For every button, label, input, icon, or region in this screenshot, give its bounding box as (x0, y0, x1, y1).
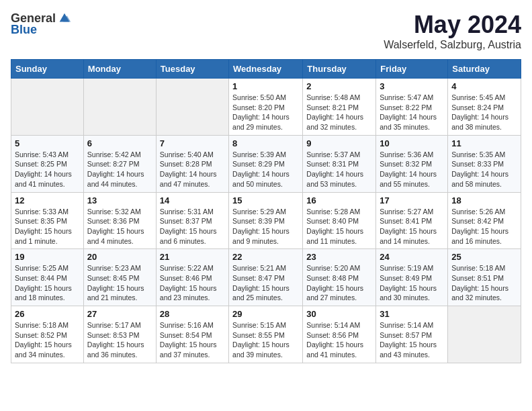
day-number: 4 (451, 81, 517, 91)
weekday-header-monday: Monday (83, 60, 156, 79)
calendar-cell: 23Sunrise: 5:20 AM Sunset: 8:48 PM Dayli… (303, 249, 376, 306)
day-info: Sunrise: 5:18 AM Sunset: 8:52 PM Dayligh… (15, 320, 80, 360)
week-row-2: 5Sunrise: 5:43 AM Sunset: 8:25 PM Daylig… (11, 135, 521, 192)
day-info: Sunrise: 5:36 AM Sunset: 8:32 PM Dayligh… (380, 150, 444, 189)
weekday-header-thursday: Thursday (303, 60, 376, 79)
day-info: Sunrise: 5:19 AM Sunset: 8:49 PM Dayligh… (380, 263, 444, 303)
day-number: 22 (232, 252, 299, 262)
calendar-cell: 17Sunrise: 5:27 AM Sunset: 8:41 PM Dayli… (376, 192, 448, 249)
weekday-header-row: SundayMondayTuesdayWednesdayThursdayFrid… (11, 60, 521, 79)
calendar-cell: 2Sunrise: 5:48 AM Sunset: 8:21 PM Daylig… (303, 79, 376, 136)
day-number: 23 (306, 252, 372, 262)
calendar-cell: 18Sunrise: 5:26 AM Sunset: 8:42 PM Dayli… (448, 192, 521, 249)
day-info: Sunrise: 5:14 AM Sunset: 8:56 PM Dayligh… (306, 320, 372, 360)
day-number: 2 (306, 81, 372, 91)
day-number: 16 (306, 195, 372, 205)
day-info: Sunrise: 5:33 AM Sunset: 8:35 PM Dayligh… (15, 207, 80, 246)
logo-icon (57, 11, 72, 26)
calendar-table: SundayMondayTuesdayWednesdayThursdayFrid… (11, 59, 521, 363)
day-info: Sunrise: 5:32 AM Sunset: 8:36 PM Dayligh… (87, 207, 152, 246)
day-number: 11 (451, 138, 517, 148)
day-info: Sunrise: 5:26 AM Sunset: 8:42 PM Dayligh… (451, 207, 517, 246)
day-number: 17 (380, 195, 444, 205)
day-info: Sunrise: 5:31 AM Sunset: 8:37 PM Dayligh… (160, 207, 225, 246)
day-info: Sunrise: 5:45 AM Sunset: 8:24 PM Dayligh… (451, 93, 517, 132)
calendar-location: Walserfeld, Salzburg, Austria (384, 39, 521, 51)
calendar-cell: 1Sunrise: 5:50 AM Sunset: 8:20 PM Daylig… (229, 79, 303, 136)
page-header: General Blue May 2024 Walserfeld, Salzbu… (11, 11, 521, 51)
day-number: 28 (160, 309, 225, 319)
weekday-header-friday: Friday (376, 60, 448, 79)
calendar-cell: 13Sunrise: 5:32 AM Sunset: 8:36 PM Dayli… (83, 192, 156, 249)
day-info: Sunrise: 5:18 AM Sunset: 8:51 PM Dayligh… (451, 263, 517, 303)
day-info: Sunrise: 5:40 AM Sunset: 8:28 PM Dayligh… (160, 150, 225, 189)
day-number: 13 (87, 195, 152, 205)
day-number: 6 (87, 138, 152, 148)
calendar-cell: 3Sunrise: 5:47 AM Sunset: 8:22 PM Daylig… (376, 79, 448, 136)
calendar-cell: 28Sunrise: 5:16 AM Sunset: 8:54 PM Dayli… (156, 306, 228, 363)
day-number: 20 (87, 252, 152, 262)
calendar-cell: 22Sunrise: 5:21 AM Sunset: 8:47 PM Dayli… (229, 249, 303, 306)
calendar-cell (11, 79, 84, 136)
day-info: Sunrise: 5:43 AM Sunset: 8:25 PM Dayligh… (15, 150, 80, 189)
week-row-5: 26Sunrise: 5:18 AM Sunset: 8:52 PM Dayli… (11, 306, 521, 363)
day-number: 10 (380, 138, 444, 148)
logo: General Blue (11, 11, 72, 37)
day-info: Sunrise: 5:39 AM Sunset: 8:29 PM Dayligh… (232, 150, 299, 189)
day-info: Sunrise: 5:48 AM Sunset: 8:21 PM Dayligh… (306, 93, 372, 132)
day-info: Sunrise: 5:16 AM Sunset: 8:54 PM Dayligh… (160, 320, 225, 360)
day-number: 21 (160, 252, 225, 262)
day-info: Sunrise: 5:21 AM Sunset: 8:47 PM Dayligh… (232, 263, 299, 303)
day-number: 31 (380, 309, 444, 319)
day-number: 24 (380, 252, 444, 262)
calendar-cell: 8Sunrise: 5:39 AM Sunset: 8:29 PM Daylig… (229, 135, 303, 192)
calendar-cell: 15Sunrise: 5:29 AM Sunset: 8:39 PM Dayli… (229, 192, 303, 249)
calendar-cell: 20Sunrise: 5:23 AM Sunset: 8:45 PM Dayli… (83, 249, 156, 306)
calendar-cell: 9Sunrise: 5:37 AM Sunset: 8:31 PM Daylig… (303, 135, 376, 192)
title-block: May 2024 Walserfeld, Salzburg, Austria (384, 11, 521, 51)
day-info: Sunrise: 5:25 AM Sunset: 8:44 PM Dayligh… (15, 263, 80, 303)
day-info: Sunrise: 5:28 AM Sunset: 8:40 PM Dayligh… (306, 207, 372, 246)
day-number: 18 (451, 195, 517, 205)
weekday-header-tuesday: Tuesday (156, 60, 228, 79)
day-number: 1 (232, 81, 299, 91)
calendar-cell: 16Sunrise: 5:28 AM Sunset: 8:40 PM Dayli… (303, 192, 376, 249)
day-number: 5 (15, 138, 80, 148)
calendar-title: May 2024 (384, 11, 521, 39)
calendar-cell (448, 306, 521, 363)
calendar-cell (83, 79, 156, 136)
calendar-cell: 26Sunrise: 5:18 AM Sunset: 8:52 PM Dayli… (11, 306, 84, 363)
calendar-cell: 27Sunrise: 5:17 AM Sunset: 8:53 PM Dayli… (83, 306, 156, 363)
logo-blue: Blue (11, 23, 37, 37)
day-info: Sunrise: 5:35 AM Sunset: 8:33 PM Dayligh… (451, 150, 517, 189)
day-number: 25 (451, 252, 517, 262)
calendar-cell: 6Sunrise: 5:42 AM Sunset: 8:27 PM Daylig… (83, 135, 156, 192)
day-number: 29 (232, 309, 299, 319)
day-number: 27 (87, 309, 152, 319)
weekday-header-wednesday: Wednesday (229, 60, 303, 79)
day-info: Sunrise: 5:20 AM Sunset: 8:48 PM Dayligh… (306, 263, 372, 303)
day-info: Sunrise: 5:23 AM Sunset: 8:45 PM Dayligh… (87, 263, 152, 303)
day-info: Sunrise: 5:15 AM Sunset: 8:55 PM Dayligh… (232, 320, 299, 360)
day-number: 15 (232, 195, 299, 205)
day-info: Sunrise: 5:22 AM Sunset: 8:46 PM Dayligh… (160, 263, 225, 303)
day-info: Sunrise: 5:47 AM Sunset: 8:22 PM Dayligh… (380, 93, 444, 132)
day-number: 26 (15, 309, 80, 319)
day-number: 3 (380, 81, 444, 91)
day-number: 7 (160, 138, 225, 148)
week-row-3: 12Sunrise: 5:33 AM Sunset: 8:35 PM Dayli… (11, 192, 521, 249)
day-info: Sunrise: 5:17 AM Sunset: 8:53 PM Dayligh… (87, 320, 152, 360)
day-number: 9 (306, 138, 372, 148)
calendar-cell: 30Sunrise: 5:14 AM Sunset: 8:56 PM Dayli… (303, 306, 376, 363)
weekday-header-sunday: Sunday (11, 60, 84, 79)
day-info: Sunrise: 5:29 AM Sunset: 8:39 PM Dayligh… (232, 207, 299, 246)
day-number: 14 (160, 195, 225, 205)
calendar-cell: 11Sunrise: 5:35 AM Sunset: 8:33 PM Dayli… (448, 135, 521, 192)
week-row-4: 19Sunrise: 5:25 AM Sunset: 8:44 PM Dayli… (11, 249, 521, 306)
calendar-cell: 21Sunrise: 5:22 AM Sunset: 8:46 PM Dayli… (156, 249, 228, 306)
day-number: 19 (15, 252, 80, 262)
week-row-1: 1Sunrise: 5:50 AM Sunset: 8:20 PM Daylig… (11, 79, 521, 136)
calendar-cell: 24Sunrise: 5:19 AM Sunset: 8:49 PM Dayli… (376, 249, 448, 306)
day-info: Sunrise: 5:37 AM Sunset: 8:31 PM Dayligh… (306, 150, 372, 189)
day-info: Sunrise: 5:14 AM Sunset: 8:57 PM Dayligh… (380, 320, 444, 360)
